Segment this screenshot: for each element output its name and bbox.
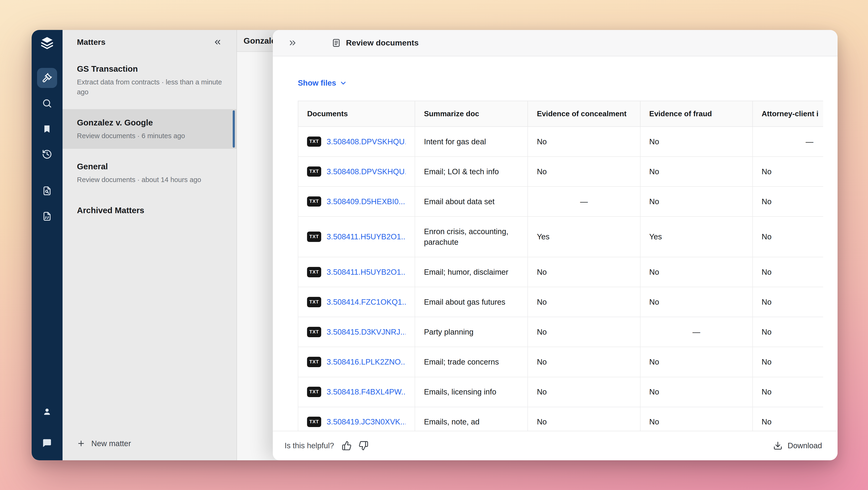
file-type-badge: TXT [307, 327, 321, 337]
user-icon [42, 406, 52, 417]
column-header: Documents [298, 101, 415, 127]
summary-cell: Party planning [415, 317, 528, 347]
desktop-background: Matters GS Transaction Extract data from… [0, 0, 868, 490]
bookmark-icon [42, 124, 52, 134]
show-files-label: Show files [298, 78, 336, 88]
summary-cell: Enron crisis, accounting, parachute [415, 217, 528, 257]
document-link[interactable]: 3.508408.DPVSKHQU... [327, 136, 406, 147]
answer-cell: No [528, 157, 640, 187]
chat-icon [42, 438, 52, 449]
document-cell: TXT 3.508408.DPVSKHQU... [298, 157, 415, 187]
sidebar-nav-group [37, 68, 57, 164]
search-icon [42, 98, 52, 109]
summary-cell: Email about data set [415, 187, 528, 217]
thumbs-up-button[interactable] [342, 441, 352, 451]
answer-cell: No [753, 187, 823, 217]
column-header: Evidence of concealment [528, 101, 640, 127]
panel-footer: Is this helpful? Download [273, 431, 838, 460]
answer-cell: — [528, 187, 640, 217]
summary-cell: Emails, licensing info [415, 377, 528, 407]
matter-subtitle: Review documents · 6 minutes ago [77, 131, 225, 140]
matter-item[interactable]: GS Transaction Extract data from contrac… [63, 56, 237, 105]
download-button[interactable]: Download [773, 441, 822, 450]
document-link[interactable]: 3.508408.DPVSKHQU... [327, 166, 406, 177]
document-cell: TXT 3.508409.D5HEXBI0... [298, 187, 415, 217]
answer-cell: No [753, 407, 823, 431]
new-matter-button[interactable]: New matter [63, 431, 237, 456]
table-body: TXT 3.508408.DPVSKHQU... Intent for gas … [298, 127, 823, 431]
chevron-down-icon [339, 79, 347, 87]
document-link[interactable]: 3.508419.JC3N0XVK... [327, 417, 406, 427]
document-link[interactable]: 3.508415.D3KVJNRJ... [327, 327, 406, 337]
show-files-button[interactable]: Show files [298, 78, 347, 88]
sidebar-item-history[interactable] [37, 144, 57, 164]
matter-title: GS Transaction [77, 64, 225, 74]
file-type-badge: TXT [307, 232, 321, 242]
document-cell: TXT 3.508411.H5UYB2O1... [298, 217, 415, 257]
file-type-badge: TXT [307, 196, 321, 206]
answer-cell: No [753, 157, 823, 187]
download-icon [773, 441, 782, 450]
selected-matter-indicator [233, 110, 235, 148]
matter-title: General [77, 162, 225, 171]
answer-cell: No [528, 377, 640, 407]
answer-cell: No [528, 317, 640, 347]
matter-list: GS Transaction Extract data from contrac… [63, 56, 237, 224]
thumbs-down-button[interactable] [359, 441, 368, 451]
sidebar-item-profile[interactable] [37, 401, 57, 421]
document-link[interactable]: 3.508416.LPLK2ZNO... [327, 357, 406, 367]
app-sidebar [32, 30, 63, 460]
documents-table: Documents Summarize doc Evidence of conc… [298, 101, 823, 431]
matter-subtitle: Extract data from contracts · less than … [77, 77, 225, 96]
app-window: Matters GS Transaction Extract data from… [32, 30, 838, 460]
file-type-badge: TXT [307, 387, 321, 397]
matters-panel-title: Matters [77, 37, 105, 47]
answer-cell: No [640, 127, 753, 157]
file-search-icon [42, 186, 52, 196]
answer-cell: No [640, 157, 753, 187]
thumbs-up-icon [342, 441, 352, 451]
table-row: TXT 3.508416.LPLK2ZNO... Email; trade co… [298, 347, 823, 377]
matters-header: Matters [63, 30, 237, 52]
sidebar-item-drafts[interactable] [37, 206, 57, 226]
document-link[interactable]: 3.508414.FZC1OKQ1... [327, 297, 406, 307]
table-row: TXT 3.508408.DPVSKHQU... Email; LOI & te… [298, 157, 823, 187]
app-logo[interactable] [38, 34, 56, 52]
table-row: TXT 3.508418.F4BXL4PW... Emails, licensi… [298, 377, 823, 407]
panel-title: Review documents [346, 38, 418, 47]
sidebar-item-review[interactable] [37, 181, 57, 201]
summary-cell: Emails, note, ad [415, 407, 528, 431]
collapse-matters-button[interactable] [213, 38, 222, 47]
answer-cell: No [528, 257, 640, 287]
document-cell: TXT 3.508418.F4BXL4PW... [298, 377, 415, 407]
sidebar-item-support[interactable] [37, 433, 57, 453]
sidebar-item-library[interactable] [37, 119, 57, 139]
answer-cell: No [640, 407, 753, 431]
review-panel: Review documents Show files Documents [273, 30, 838, 460]
file-type-badge: TXT [307, 297, 321, 307]
new-matter-label: New matter [91, 439, 131, 448]
summary-cell: Email; LOI & tech info [415, 157, 528, 187]
answer-cell: No [753, 257, 823, 287]
document-cell: TXT 3.508415.D3KVJNRJ... [298, 317, 415, 347]
close-panel-button[interactable] [288, 38, 297, 47]
answer-cell: No [528, 347, 640, 377]
answer-cell: No [753, 287, 823, 317]
document-link[interactable]: 3.508411.H5UYB2O1... [327, 231, 406, 242]
document-link[interactable]: 3.508418.F4BXL4PW... [327, 387, 406, 397]
matter-item[interactable]: General Review documents · about 14 hour… [63, 153, 237, 193]
sidebar-nav-group-secondary [37, 181, 57, 226]
answer-cell: No [753, 377, 823, 407]
sidebar-item-assistant[interactable] [37, 68, 57, 88]
matter-item[interactable]: Gonzalez v. Google Review documents · 6 … [63, 109, 237, 149]
document-cell: TXT 3.508414.FZC1OKQ1... [298, 287, 415, 317]
table-row: TXT 3.508411.H5UYB2O1... Enron crisis, a… [298, 217, 823, 257]
table-row: TXT 3.508409.D5HEXBI0... Email about dat… [298, 187, 823, 217]
document-link[interactable]: 3.508409.D5HEXBI0... [327, 196, 405, 207]
answer-cell: No [528, 127, 640, 157]
table-row: TXT 3.508411.H5UYB2O1... Email; humor, d… [298, 257, 823, 287]
document-link[interactable]: 3.508411.H5UYB2O1... [327, 267, 406, 277]
sidebar-item-search[interactable] [37, 93, 57, 113]
summary-cell: Email; humor, disclaimer [415, 257, 528, 287]
matter-item-archived[interactable]: Archived Matters [63, 197, 237, 224]
